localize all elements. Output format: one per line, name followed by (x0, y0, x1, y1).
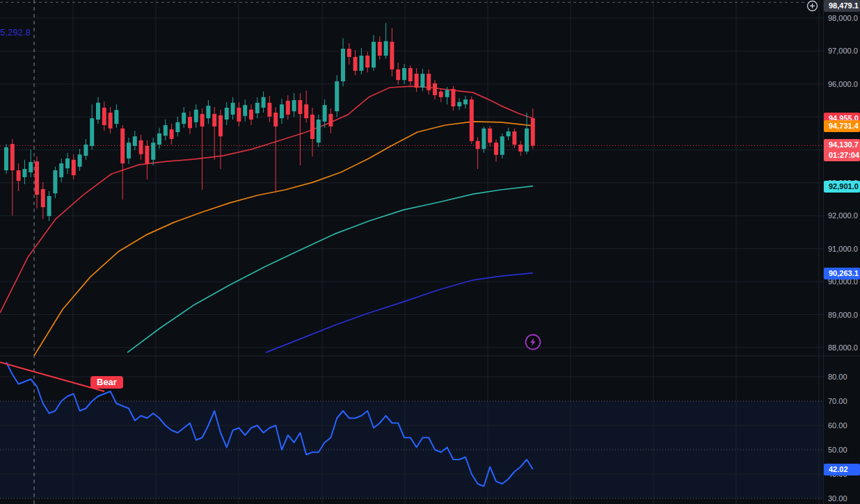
alert-price-badge[interactable]: 98,479.1 (824, 0, 860, 12)
candle-body[interactable] (22, 169, 26, 177)
flash-icon[interactable] (524, 333, 542, 351)
candle-body[interactable] (96, 103, 100, 120)
candle-body[interactable] (237, 108, 241, 122)
candle-body[interactable] (120, 129, 125, 163)
candle-body[interactable] (531, 118, 535, 145)
candle-body[interactable] (488, 129, 492, 143)
candle-body[interactable] (114, 110, 118, 124)
candle-body[interactable] (365, 56, 369, 67)
candle-body[interactable] (255, 103, 260, 113)
candle-body[interactable] (347, 49, 351, 57)
candle-body[interactable] (164, 125, 168, 136)
candle-body[interactable] (218, 115, 223, 136)
price-axis-tick: 98,000.0 (828, 13, 858, 23)
candle-body[interactable] (145, 146, 149, 163)
price-badge: 42.02 (824, 464, 860, 475)
candle-body[interactable] (212, 114, 216, 127)
candle-body[interactable] (35, 161, 39, 195)
candle-body[interactable] (341, 49, 345, 81)
rsi-band (0, 401, 823, 498)
candle-body[interactable] (317, 120, 321, 143)
candle-body[interactable] (170, 129, 174, 139)
candle-body[interactable] (280, 104, 284, 118)
candle-body[interactable] (273, 113, 278, 127)
candle-body[interactable] (78, 154, 82, 167)
candle-body[interactable] (378, 42, 382, 56)
price-axis-tick: 92,000.0 (828, 211, 858, 220)
candle-body[interactable] (451, 89, 455, 106)
candle-body[interactable] (206, 106, 210, 118)
candle-body[interactable] (384, 41, 388, 56)
candle-body[interactable] (439, 92, 443, 97)
chart-canvas[interactable] (0, 0, 860, 504)
candle-body[interactable] (249, 110, 253, 120)
candle-body[interactable] (390, 42, 394, 70)
candle-body[interactable] (500, 136, 504, 155)
candle-body[interactable] (481, 129, 486, 149)
candle-body[interactable] (194, 110, 198, 122)
price-axis-tick: 96,000.0 (828, 79, 858, 89)
candle-body[interactable] (335, 81, 339, 111)
candle-body[interactable] (408, 68, 413, 81)
candle-body[interactable] (4, 147, 8, 170)
candle-body[interactable] (402, 68, 406, 80)
candle-body[interactable] (182, 113, 186, 124)
candle-body[interactable] (90, 118, 94, 146)
price-badge: 92,901.0 (824, 181, 860, 193)
candle-body[interactable] (476, 141, 480, 149)
candle-body[interactable] (139, 140, 143, 154)
candle-body[interactable] (512, 131, 516, 145)
candle-body[interactable] (396, 70, 400, 80)
candle-body[interactable] (47, 196, 51, 216)
candle-body[interactable] (59, 163, 63, 177)
candle-body[interactable] (188, 117, 192, 128)
candle-body[interactable] (231, 103, 235, 115)
candle-body[interactable] (372, 42, 376, 67)
candle-body[interactable] (102, 108, 106, 125)
candle-body[interactable] (133, 136, 137, 146)
candle-body[interactable] (65, 158, 70, 168)
candle-body[interactable] (41, 189, 45, 207)
candle-body[interactable] (151, 143, 155, 160)
add-alert-button[interactable] (806, 0, 818, 12)
candle-body[interactable] (298, 100, 302, 114)
candle-body[interactable] (328, 114, 333, 127)
candle-body[interactable] (10, 144, 15, 170)
candle-body[interactable] (17, 170, 21, 181)
candle-body[interactable] (323, 105, 327, 122)
candle-body[interactable] (175, 122, 180, 132)
candle-body[interactable] (420, 74, 424, 88)
bear-label[interactable]: Bear (90, 376, 123, 389)
candle-body[interactable] (225, 108, 229, 120)
candle-body[interactable] (507, 131, 511, 136)
candle-body[interactable] (457, 102, 461, 106)
candle-body[interactable] (267, 103, 271, 117)
candle-body[interactable] (262, 97, 266, 108)
candle-body[interactable] (359, 56, 363, 71)
candle-body[interactable] (525, 129, 529, 152)
candle-body[interactable] (53, 170, 57, 193)
ma-red-line (0, 86, 533, 313)
candle-body[interactable] (310, 115, 314, 139)
candle-body[interactable] (200, 114, 205, 127)
candle-body[interactable] (29, 162, 33, 172)
candle-body[interactable] (353, 57, 358, 71)
candle-body[interactable] (433, 83, 437, 95)
candle-body[interactable] (109, 113, 113, 129)
candle-body[interactable] (463, 99, 468, 104)
candle-body[interactable] (72, 160, 76, 175)
candle-body[interactable] (83, 145, 88, 156)
candle-body[interactable] (243, 105, 247, 116)
candle-body[interactable] (304, 104, 308, 118)
candle-body[interactable] (157, 133, 161, 145)
candle-body[interactable] (445, 90, 449, 97)
candle-body[interactable] (518, 145, 523, 152)
ma-orange-line (34, 122, 533, 356)
candle-body[interactable] (427, 74, 431, 90)
candle-body[interactable] (286, 101, 290, 115)
candle-body[interactable] (127, 143, 131, 158)
candle-body[interactable] (415, 74, 419, 88)
candle-body[interactable] (292, 100, 296, 111)
candle-body[interactable] (494, 143, 498, 155)
candle-body[interactable] (470, 99, 474, 141)
